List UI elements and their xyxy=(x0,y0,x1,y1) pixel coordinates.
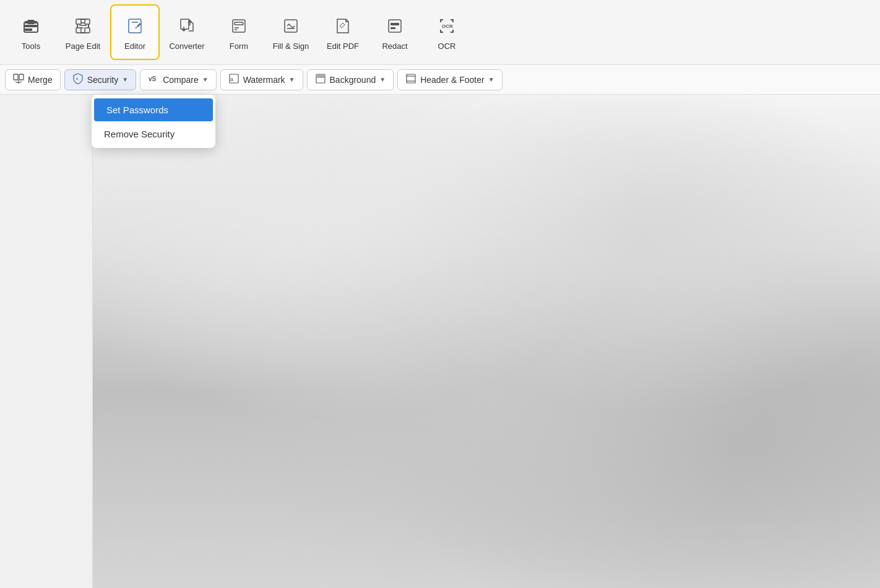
compare-caret: ▼ xyxy=(202,76,209,83)
editor-button[interactable]: Editor xyxy=(110,4,160,60)
svg-text:+: + xyxy=(75,77,78,81)
ocr-icon: OCR xyxy=(435,14,459,38)
svg-rect-11 xyxy=(76,28,81,33)
background-icon xyxy=(315,73,326,86)
header-footer-button[interactable]: Header & Footer ▼ xyxy=(397,69,502,90)
svg-rect-25 xyxy=(19,74,24,80)
ribbon-toolbar: Merge + Security ▼ vS Compare ▼ a Waterm… xyxy=(0,65,880,95)
converter-button[interactable]: Converter xyxy=(162,4,212,60)
svg-rect-16 xyxy=(235,22,243,25)
svg-rect-33 xyxy=(407,74,415,83)
svg-rect-20 xyxy=(389,20,401,32)
fill-sign-icon xyxy=(279,14,303,38)
merge-icon xyxy=(13,73,24,86)
svg-rect-24 xyxy=(14,74,18,80)
svg-rect-32 xyxy=(316,74,325,78)
background-label: Background xyxy=(330,75,376,85)
security-button[interactable]: + Security ▼ xyxy=(64,69,136,90)
page-edit-icon xyxy=(71,14,95,38)
watermark-button[interactable]: a Watermark ▼ xyxy=(220,69,303,90)
converter-icon xyxy=(175,14,199,38)
merge-label: Merge xyxy=(28,75,53,85)
page-edit-button[interactable]: Page Edit xyxy=(58,4,108,60)
security-dropdown: Set Passwords Remove Security xyxy=(92,95,215,148)
watermark-caret: ▼ xyxy=(289,76,295,83)
svg-text:OCR: OCR xyxy=(442,24,453,29)
editor-icon xyxy=(123,14,147,38)
header-footer-icon xyxy=(405,73,416,86)
thumbnail-sidebar xyxy=(0,95,93,588)
background-button[interactable]: Background ▼ xyxy=(307,69,394,90)
watermark-icon: a xyxy=(228,73,239,86)
watermark-label: Watermark xyxy=(243,75,285,85)
compare-button[interactable]: vS Compare ▼ xyxy=(140,69,217,90)
security-caret: ▼ xyxy=(122,76,128,83)
tools-button[interactable]: Tools xyxy=(6,4,56,60)
svg-rect-9 xyxy=(76,19,81,24)
security-label: Security xyxy=(87,75,119,85)
remove-security-item[interactable]: Remove Security xyxy=(92,123,215,145)
edit-pdf-icon xyxy=(331,14,355,38)
svg-rect-10 xyxy=(85,19,90,24)
redact-button[interactable]: Redact xyxy=(370,4,420,60)
redact-icon xyxy=(383,14,407,38)
tools-icon xyxy=(19,14,43,38)
fill-sign-button[interactable]: Fill & Sign xyxy=(266,4,316,60)
compare-icon: vS xyxy=(148,73,159,86)
svg-rect-1 xyxy=(25,25,37,27)
svg-rect-22 xyxy=(390,27,395,29)
svg-rect-2 xyxy=(25,28,32,31)
pdf-content xyxy=(93,95,880,588)
ocr-button[interactable]: OCR OCR xyxy=(422,4,472,60)
header-footer-label: Header & Footer xyxy=(420,75,485,85)
main-toolbar: Tools Page Edit Editor xyxy=(0,0,880,65)
header-footer-caret: ▼ xyxy=(488,76,494,83)
merge-button[interactable]: Merge xyxy=(5,69,61,90)
set-passwords-item[interactable]: Set Passwords xyxy=(94,98,213,121)
edit-pdf-button[interactable]: Edit PDF xyxy=(318,4,368,60)
svg-rect-15 xyxy=(233,20,245,32)
svg-text:vS: vS xyxy=(149,76,157,82)
svg-rect-14 xyxy=(181,19,189,29)
form-icon xyxy=(227,14,251,38)
form-button[interactable]: Form xyxy=(214,4,264,60)
main-content: Set Passwords Remove Security xyxy=(0,95,880,588)
background-caret: ▼ xyxy=(379,76,386,83)
security-icon: + xyxy=(72,73,84,86)
compare-label: Compare xyxy=(163,75,199,85)
svg-text:a: a xyxy=(230,76,233,82)
svg-rect-12 xyxy=(85,28,90,33)
svg-rect-21 xyxy=(390,23,399,25)
pdf-view-area[interactable] xyxy=(93,95,880,588)
